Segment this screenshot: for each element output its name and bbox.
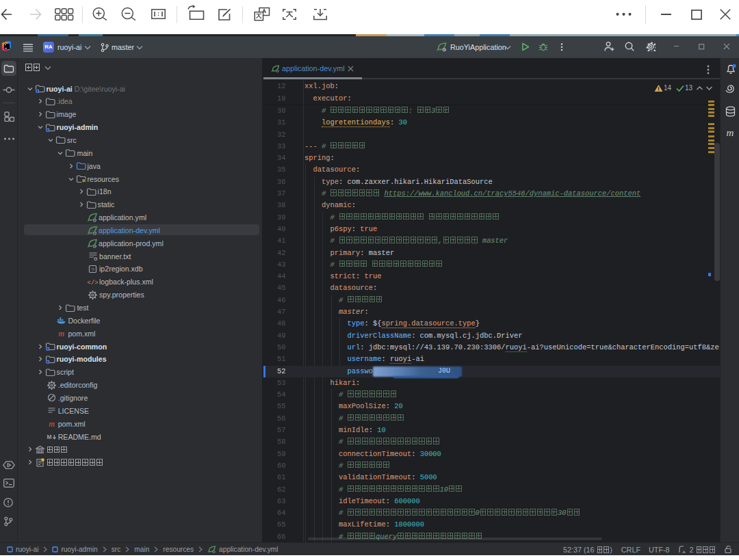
- svg-text:?: ?: [91, 266, 94, 272]
- svg-text:</>: </>: [88, 279, 98, 286]
- svg-text:m: m: [59, 329, 65, 338]
- svg-text:M: M: [47, 434, 51, 440]
- svg-text:m: m: [49, 419, 55, 429]
